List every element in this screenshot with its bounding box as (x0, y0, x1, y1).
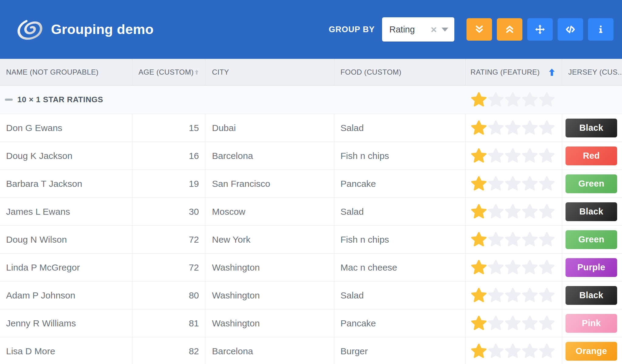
star-icon (521, 315, 538, 331)
cell-city: Dubai (205, 114, 334, 142)
cell-food: Salad (334, 114, 466, 142)
code-button[interactable] (558, 18, 583, 41)
column-header-age[interactable]: AGE (CUSTOM) (132, 59, 205, 85)
cell-food: Burger (334, 337, 466, 364)
star-icon (487, 148, 504, 164)
table-row[interactable]: Linda P McGregor 72 Washington Mac n che… (0, 254, 622, 281)
info-button[interactable] (588, 18, 613, 41)
star-icon (504, 287, 521, 303)
star-icon (538, 343, 555, 359)
column-header-city[interactable]: CITY (205, 59, 334, 85)
group-rating-stars (470, 86, 555, 114)
jersey-badge: Orange (566, 342, 617, 361)
cell-city: Washington (205, 309, 334, 337)
star-icon (538, 231, 555, 248)
cell-city: Barcelona (205, 337, 334, 364)
table-row[interactable]: Jenny R Williams 81 Washington Pancake P… (0, 309, 622, 337)
cell-age: 16 (132, 142, 205, 170)
cell-name: Lisa D More (0, 337, 132, 364)
arrows-move-icon (535, 24, 545, 35)
star-icon (538, 148, 555, 164)
table-header: NAME (NOT GROUPABLE) AGE (CUSTOM) CITY F… (0, 59, 622, 86)
star-icon (521, 231, 538, 248)
star-icon (487, 176, 504, 192)
cell-jersey: Green (562, 226, 622, 253)
table-row[interactable]: Don G Ewans 15 Dubai Salad Black (0, 114, 622, 142)
star-icon (504, 231, 521, 248)
star-icon (504, 92, 521, 108)
jersey-badge: Green (566, 174, 617, 193)
cell-jersey: Black (562, 281, 622, 309)
dropdown-caret-icon[interactable] (442, 28, 448, 32)
jersey-badge: Red (566, 147, 617, 165)
cell-age: 15 (132, 114, 205, 142)
toolbar (466, 18, 613, 41)
jersey-badge: Black (566, 202, 617, 221)
star-icon (487, 343, 504, 359)
cell-food: Fish n chips (334, 142, 466, 170)
rating-stars (466, 309, 562, 337)
cell-name: Linda P McGregor (0, 254, 132, 281)
star-icon (487, 287, 504, 303)
table-row[interactable]: Adam P Johnson 80 Washington Salad Black (0, 281, 622, 309)
cell-age: 72 (132, 226, 205, 253)
star-icon (521, 204, 538, 220)
cell-name: Adam P Johnson (0, 281, 132, 309)
star-icon (470, 343, 487, 359)
star-icon (521, 287, 538, 303)
star-icon (504, 343, 521, 359)
jersey-badge: Black (566, 286, 617, 305)
star-icon (521, 148, 538, 164)
cell-jersey: Red (562, 142, 622, 170)
cell-city: Washington (205, 281, 334, 309)
cell-city: New York (205, 226, 334, 253)
star-icon (470, 231, 487, 248)
spiral-logo-icon (15, 15, 46, 44)
star-icon (504, 315, 521, 331)
column-header-jersey[interactable]: JERSEY (CUS... (562, 59, 622, 85)
collapse-group-icon[interactable] (5, 99, 13, 101)
rating-stars (466, 170, 562, 197)
star-icon (487, 120, 504, 136)
cell-name: Barbara T Jackson (0, 170, 132, 197)
star-icon (470, 259, 487, 275)
column-header-food[interactable]: FOOD (CUSTOM) (334, 59, 466, 85)
star-icon (538, 204, 555, 220)
cell-food: Pancake (334, 170, 466, 197)
star-icon (538, 92, 555, 108)
sort-asc-primary-icon (547, 68, 556, 77)
cell-age: 30 (132, 198, 205, 225)
group-row[interactable]: 10 × 1 STAR RATINGS (0, 86, 622, 114)
cell-city: Barcelona (205, 142, 334, 170)
cell-city: Moscow (205, 198, 334, 225)
star-icon (470, 148, 487, 164)
column-header-rating[interactable]: RATING (FEATURE) (466, 59, 562, 85)
star-icon (538, 287, 555, 303)
star-icon (538, 176, 555, 192)
expand-all-button[interactable] (466, 18, 492, 41)
star-icon (487, 231, 504, 248)
table-row[interactable]: Doug K Jackson 16 Barcelona Fish n chips… (0, 142, 622, 170)
collapse-all-button[interactable] (497, 18, 522, 41)
info-icon (596, 25, 606, 34)
cell-jersey: Purple (562, 254, 622, 281)
clear-selection-icon[interactable]: × (431, 24, 437, 35)
cell-food: Pancake (334, 309, 466, 337)
table-row[interactable]: James L Ewans 30 Moscow Salad Black (0, 198, 622, 226)
sort-asc-secondary-icon (194, 68, 200, 76)
move-button[interactable] (527, 18, 553, 41)
cell-name: Jenny R Williams (0, 309, 132, 337)
star-icon (470, 204, 487, 220)
star-icon (521, 259, 538, 275)
jersey-badge: Pink (566, 314, 617, 333)
column-header-name[interactable]: NAME (NOT GROUPABLE) (0, 59, 132, 85)
star-icon (470, 315, 487, 331)
rating-stars (466, 226, 562, 253)
table-row[interactable]: Lisa D More 82 Barcelona Burger Orange (0, 337, 622, 364)
cell-jersey: Black (562, 114, 622, 142)
group-by-select[interactable]: Rating × (382, 17, 454, 42)
table-row[interactable]: Doug N Wilson 72 New York Fish n chips G… (0, 226, 622, 254)
cell-food: Salad (334, 198, 466, 225)
table-row[interactable]: Barbara T Jackson 19 San Francisco Panca… (0, 170, 622, 198)
cell-age: 82 (132, 337, 205, 364)
